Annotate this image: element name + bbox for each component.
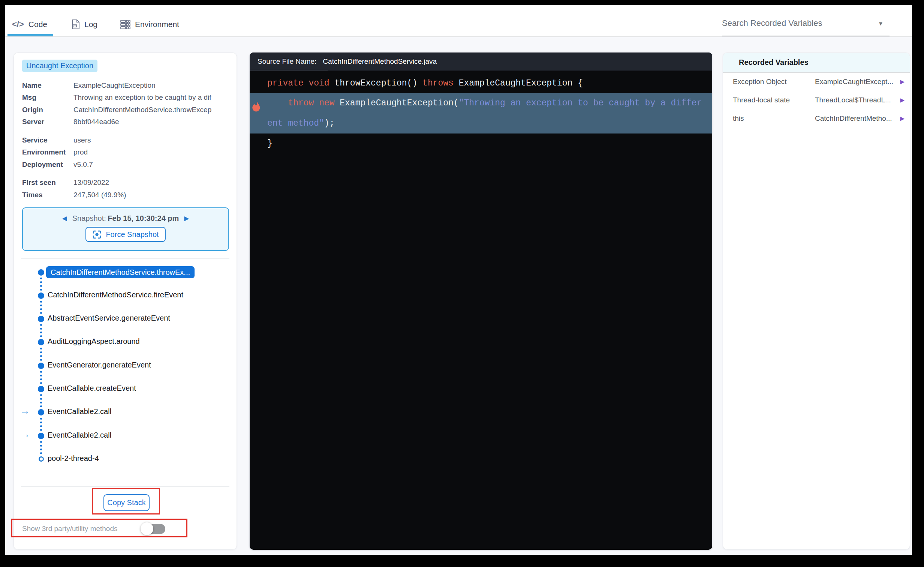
code-icon: </> [12,20,24,29]
detail-label: Origin [22,106,74,117]
tab-environment-label: Environment [135,20,179,29]
stack-frame-label: CatchInDifferentMethodService.throwEx... [46,266,195,278]
detail-label: Msg [22,93,74,105]
environment-server-icon [120,20,130,29]
expand-variable-icon[interactable]: ▶ [900,97,904,104]
tab-code[interactable]: </> Code [12,18,47,31]
variable-name: Thread-local state [733,96,790,104]
stack-connector-dots [40,418,42,431]
detail-row: OriginCatchInDifferentMethodService.thro… [22,106,237,117]
snapshot-label: Snapshot: [72,214,106,223]
variable-row[interactable]: Thread-local state ThreadLocal$ThreadL..… [723,95,910,106]
tab-environment[interactable]: Environment [120,18,179,31]
force-snapshot-button[interactable]: Force Snapshot [86,227,165,242]
code-token: void [309,78,334,88]
stack-frame-selected[interactable]: CatchInDifferentMethodService.throwEx... [14,266,237,279]
code-line: } [250,134,712,154]
code-line-highlighted: throw new ExampleCaughtException("Throwi… [250,93,712,113]
detail-value: ExampleCaughtException [74,81,237,93]
detail-value: 8bbf044ead6e [74,118,237,129]
source-code-panel: Source File Name: CatchInDifferentMethod… [250,53,712,550]
tab-log[interactable]: Log [71,18,98,31]
code-token: ExampleCaughtException { [459,78,583,88]
code-token: ); [324,119,335,128]
stack-frame-label: EventCallable2.call [48,407,111,416]
detail-value: 247,504 (49.9%) [74,191,237,202]
stack-frame[interactable]: → EventCallable2.call [14,429,237,442]
app-window: </> Code Log Environment [5,5,912,555]
stack-connector-dots [40,371,42,384]
stack-frame[interactable]: AuditLoggingAspect.around [14,335,237,348]
stack-bullet-icon [38,292,44,299]
header-divider [250,71,712,71]
stack-bullet-icon [38,339,44,345]
detail-value: Throwing an exception to be caught by a … [74,93,237,105]
variable-row[interactable]: this CatchInDifferentMetho... ▶ [723,113,910,125]
detail-label: Name [22,81,74,93]
stack-bullet-icon [38,409,44,415]
detail-label: Times [22,191,74,202]
exception-flame-icon[interactable] [251,101,262,114]
code-token: "Throwing an exception to be caught by a… [459,98,702,108]
show-3rd-party-toggle[interactable] [141,522,165,535]
expand-variable-icon[interactable]: ▶ [900,78,904,85]
search-recorded-variables-text: Search Recorded Variables [722,18,822,28]
show-3rd-party-toggle-label: Show 3rd party/utility methods [22,525,118,533]
recorded-variables-title: Recorded Variables [739,58,808,67]
exception-details-panel: Uncaught Exception NameExampleCaughtExce… [14,53,237,550]
code-token: ExampleCaughtException( [340,98,459,108]
source-file-name-label: Source File Name: [258,57,316,66]
variable-value: CatchInDifferentMetho... [815,114,894,123]
previous-snapshot-icon[interactable]: ◀ [62,215,67,223]
top-tab-bar: </> Code Log Environment [5,5,912,37]
detail-label: Environment [22,148,74,159]
stack-frame-label: EventGenerator.generateEvent [48,361,151,369]
code-token: } [267,139,273,149]
stack-connector-dots [40,278,42,290]
code-line: private void throwException() throws Exa… [250,73,712,93]
copy-stack-button[interactable]: Copy Stack [104,494,150,511]
stack-bullet-icon [38,362,44,369]
stack-connector-dots [40,324,42,337]
tab-log-label: Log [84,20,98,29]
stack-connector-dots [40,347,42,361]
divider [21,259,230,259]
detail-value: users [74,136,237,147]
stack-frame-label: CatchInDifferentMethodService.fireEvent [48,290,183,299]
search-underline [722,36,890,36]
variable-name: this [733,114,744,123]
search-recorded-variables-dropdown[interactable]: Search Recorded Variables ▼ [722,17,891,32]
stack-frame[interactable]: EventCallable.createEvent [14,382,237,395]
copy-stack-label: Copy Stack [107,498,146,507]
detail-row: Environmentprod [22,148,237,159]
stack-bullet-icon [38,269,44,276]
stack-frame-label: EventCallable.createEvent [48,384,136,393]
stack-frame-thread[interactable]: pool-2-thread-4 [14,453,237,465]
thread-bullet-icon [39,456,44,462]
variable-value: ExampleCaughtExcept... [815,78,894,86]
force-snapshot-label: Force Snapshot [106,230,159,239]
code-token: throw [267,98,319,108]
detail-row: First seen13/09/2022 [22,179,237,190]
stack-frame[interactable]: AbstractEventService.generateEvent [14,312,237,325]
next-snapshot-icon[interactable]: ▶ [184,215,189,223]
variable-row[interactable]: Exception Object ExampleCaughtExcept... … [723,77,910,88]
divider [21,486,230,487]
stack-connector-dots [40,394,42,407]
detail-label: First seen [22,179,74,190]
recorded-variables-panel: Recorded Variables Exception Object Exam… [723,53,910,550]
snapshot-navigator: ◀ Snapshot: Feb 15, 10:30:24 pm ▶ [62,214,189,223]
snapshot-timestamp: Feb 15, 10:30:24 pm [108,214,179,223]
variable-value: ThreadLocal$ThreadL... [815,96,894,104]
center-focus-icon [92,230,102,239]
detail-label: Service [22,136,74,147]
detail-row: Serviceusers [22,136,237,147]
stack-frame[interactable]: → EventCallable2.call [14,406,237,418]
detail-row: Times247,504 (49.9%) [22,191,237,202]
stack-frame[interactable]: CatchInDifferentMethodService.fireEvent [14,289,237,302]
tab-code-label: Code [28,20,47,29]
detail-label: Deployment [22,161,74,172]
stack-frame[interactable]: EventGenerator.generateEvent [14,359,237,372]
expand-variable-icon[interactable]: ▶ [900,115,904,122]
chevron-down-icon[interactable]: ▼ [878,20,884,27]
